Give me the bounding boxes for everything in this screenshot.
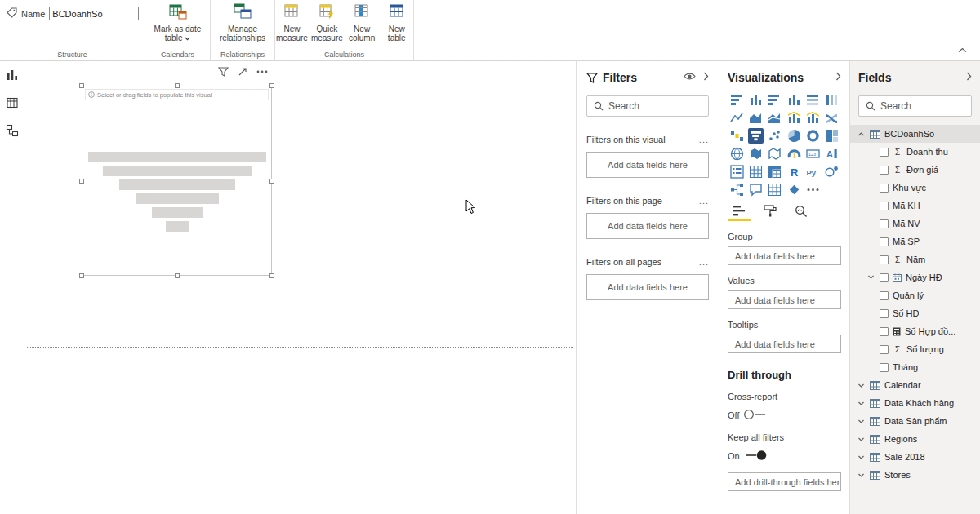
field-checkbox[interactable]	[880, 237, 889, 246]
python-visual-icon[interactable]: Py	[805, 164, 821, 179]
fields-table-stores[interactable]: Stores	[850, 466, 980, 484]
field-khu-vuc[interactable]: Khu vực	[850, 179, 980, 197]
collapse-pane-icon[interactable]	[703, 72, 709, 83]
100-stacked-column-chart-icon[interactable]	[824, 92, 840, 108]
filters-dropzone-page[interactable]: Add data fields here	[586, 213, 709, 239]
cross-report-toggle[interactable]	[743, 409, 768, 422]
resize-handle[interactable]	[175, 273, 180, 278]
resize-handle[interactable]	[79, 273, 84, 278]
waterfall-chart-icon[interactable]	[729, 128, 745, 144]
field-checkbox[interactable]	[880, 148, 889, 157]
100-stacked-bar-chart-icon[interactable]	[805, 92, 821, 108]
fields-table-calendar[interactable]: Calendar	[850, 376, 980, 394]
expand-icon[interactable]	[857, 436, 866, 443]
stacked-area-chart-icon[interactable]	[767, 110, 782, 126]
expand-icon[interactable]	[857, 400, 866, 407]
expand-icon[interactable]	[857, 418, 866, 425]
new-column-button[interactable]: New column	[345, 0, 379, 43]
field-checkbox[interactable]	[880, 309, 889, 318]
field-doanh-thu[interactable]: ΣDoanh thu	[850, 143, 980, 161]
funnel-chart-icon[interactable]	[748, 128, 764, 144]
fields-table-regions[interactable]: Regions	[850, 430, 980, 448]
field-checkbox[interactable]	[880, 202, 889, 210]
ribbon-chart-icon[interactable]	[824, 110, 840, 126]
table-icon[interactable]	[748, 164, 764, 179]
focus-mode-icon[interactable]	[238, 67, 247, 77]
slicer-icon[interactable]	[729, 164, 745, 179]
fields-table-data-san-pham[interactable]: Data Sản phẩm	[850, 412, 980, 430]
field-ma-nv[interactable]: Mã NV	[850, 215, 980, 233]
filters-dropzone-all-pages[interactable]: Add data fields here	[586, 274, 709, 300]
resize-handle[interactable]	[270, 83, 274, 88]
keep-all-filters-toggle[interactable]	[744, 450, 768, 463]
shape-map-icon[interactable]	[767, 146, 782, 162]
ribbon-collapse-icon[interactable]	[958, 44, 967, 55]
area-chart-icon[interactable]	[748, 110, 764, 126]
key-influencers-icon[interactable]	[824, 164, 840, 179]
fields-table-bcdoanhso[interactable]: BCDoanhSo	[850, 125, 980, 143]
model-view-button[interactable]	[0, 117, 24, 144]
group-well-dropzone[interactable]: Add data fields here	[728, 246, 841, 265]
resize-handle[interactable]	[79, 83, 84, 88]
name-input[interactable]	[49, 7, 139, 20]
field-thang[interactable]: Tháng	[850, 358, 980, 376]
collapse-icon[interactable]	[857, 131, 866, 138]
collapse-pane-icon[interactable]	[835, 72, 841, 83]
tab-analytics[interactable]	[795, 205, 808, 221]
field-so-hop-o[interactable]: Số Hợp đồ...	[850, 322, 980, 340]
pie-chart-icon[interactable]	[786, 128, 802, 144]
filters-search-input[interactable]	[608, 100, 702, 112]
fields-table-sale-2018[interactable]: Sale 2018	[850, 448, 980, 466]
section-more-options[interactable]: ...	[699, 196, 709, 206]
field-on-gia[interactable]: ΣĐơn giá	[850, 161, 980, 179]
eye-icon[interactable]	[684, 72, 696, 83]
resize-handle[interactable]	[175, 83, 180, 88]
field-ma-kh[interactable]: Mã KH	[850, 197, 980, 215]
field-checkbox[interactable]	[880, 363, 889, 372]
field-checkbox[interactable]	[880, 273, 889, 282]
report-canvas[interactable]: Select or drag fields to populate this v…	[24, 61, 576, 514]
card-icon[interactable]: 123	[805, 146, 821, 162]
tab-fields[interactable]	[733, 205, 746, 221]
paginated-report-icon[interactable]	[767, 182, 782, 197]
drill-through-dropzone[interactable]: Add drill-through fields here	[728, 472, 841, 491]
stacked-column-chart-icon[interactable]	[748, 92, 764, 108]
expand-icon[interactable]	[857, 472, 866, 479]
field-checkbox[interactable]	[880, 327, 889, 336]
field-quan-ly[interactable]: Quản lý	[850, 286, 980, 304]
clustered-bar-chart-icon[interactable]	[767, 92, 782, 108]
resize-handle[interactable]	[270, 273, 274, 278]
data-view-button[interactable]	[0, 89, 24, 117]
field-checkbox[interactable]	[880, 184, 889, 193]
more-options-icon[interactable]	[256, 70, 268, 73]
field-nam[interactable]: ΣNăm	[850, 250, 980, 268]
field-checkbox[interactable]	[880, 291, 889, 300]
line-and-stacked-column-chart-icon[interactable]	[786, 110, 802, 126]
line-chart-icon[interactable]	[729, 110, 745, 126]
field-checkbox[interactable]	[880, 219, 889, 228]
values-well-dropzone[interactable]: Add data fields here	[728, 290, 841, 309]
clustered-column-chart-icon[interactable]	[786, 92, 802, 108]
new-measure-button[interactable]: New measure	[275, 0, 309, 43]
treemap-icon[interactable]	[824, 128, 840, 144]
r-script-visual-icon[interactable]: R	[786, 164, 802, 179]
field-so-luong[interactable]: ΣSố lượng	[850, 340, 980, 358]
report-view-button[interactable]	[0, 61, 24, 89]
scatter-chart-icon[interactable]	[767, 128, 782, 144]
expand-icon[interactable]	[867, 273, 875, 282]
fields-search-input[interactable]	[880, 100, 964, 112]
collapse-pane-icon[interactable]	[966, 72, 972, 83]
stacked-bar-chart-icon[interactable]	[729, 92, 745, 108]
section-more-options[interactable]: ...	[699, 135, 709, 144]
new-table-button[interactable]: New table	[380, 0, 413, 43]
filters-dropzone-visual[interactable]: Add data fields here	[586, 152, 709, 178]
tooltips-well-dropzone[interactable]: Add data fields here	[728, 335, 841, 353]
gauge-icon[interactable]	[786, 146, 802, 162]
expand-icon[interactable]	[857, 382, 866, 389]
donut-chart-icon[interactable]	[805, 128, 821, 144]
map-icon[interactable]	[729, 146, 745, 162]
more-options-icon[interactable]	[805, 182, 821, 197]
matrix-icon[interactable]	[767, 164, 782, 179]
field-checkbox[interactable]	[880, 166, 889, 175]
filled-map-icon[interactable]	[748, 146, 764, 162]
